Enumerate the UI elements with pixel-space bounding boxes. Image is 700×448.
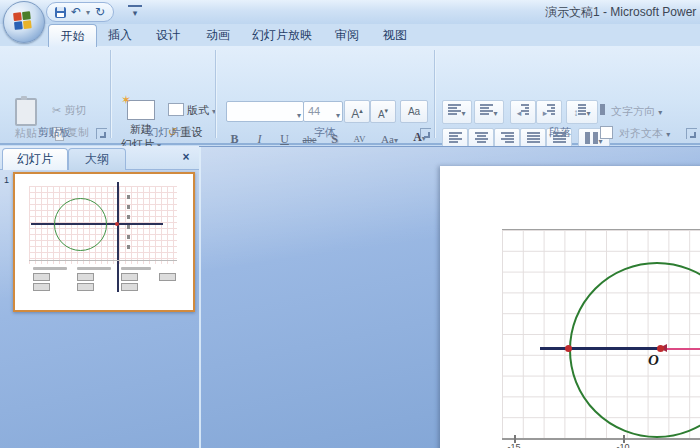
ribbon-tab-bar: 开始 插入 设计 动画 幻灯片放映 审阅 视图 [0, 24, 700, 46]
font-size-select[interactable]: 44▾ [303, 101, 343, 122]
x-tick-label: -10 [611, 442, 635, 448]
undo-icon[interactable]: ↶ [71, 4, 81, 20]
font-family-select[interactable]: ▾ [226, 101, 304, 122]
cut-button[interactable]: ✂ 剪切 [52, 103, 86, 118]
x-tick-label: -15 [502, 442, 526, 448]
window-title: 演示文稿1 - Microsoft Power [545, 4, 696, 21]
close-panel-icon[interactable]: × [179, 150, 193, 164]
tab-animations[interactable]: 动画 [197, 24, 239, 46]
thumb-widget [77, 273, 94, 281]
thumb-widget [77, 283, 94, 291]
thumb-widget [121, 283, 138, 291]
undo-dropdown-icon[interactable]: ▾ [86, 8, 90, 17]
new-slide-icon: ✶ [127, 100, 155, 120]
thumb-origin-point [115, 222, 119, 226]
thumb-y-axis [117, 182, 119, 292]
align-center-icon [475, 132, 488, 144]
ribbon: 粘贴 ▾ ✂ 剪切 复制 格式刷 剪贴板 ✶ 新建 幻灯片 ▾ 版式 ▾ ↺ [0, 46, 700, 145]
graph-circle [569, 262, 700, 438]
thumb-caption [77, 267, 111, 270]
save-icon[interactable] [55, 7, 66, 18]
slide-canvas[interactable]: O -15 -10 [440, 166, 700, 448]
thumb-caption [33, 267, 67, 270]
paragraph-group-label: 段落 [520, 124, 600, 141]
grow-font-button[interactable]: A▴ [344, 100, 370, 123]
qat-customize-icon[interactable]: ▾ [128, 5, 142, 21]
text-direction-icon [600, 104, 608, 115]
increase-indent-button[interactable]: ▸ [536, 100, 562, 124]
slides-group-label: 幻灯片 [124, 124, 204, 141]
bullets-icon [448, 104, 461, 116]
slides-panel: 幻灯片 大纲 × 1 [0, 147, 201, 448]
indent-icon [547, 104, 555, 116]
layout-button[interactable]: 版式 ▾ [168, 103, 216, 118]
graph-ray [664, 348, 700, 350]
align-left-icon [449, 132, 462, 144]
thumb-widget [33, 273, 50, 281]
numbering-button[interactable]: ▾ [474, 100, 504, 124]
titlebar: ↶ ▾ ↻ ▾ 演示文稿1 - Microsoft Power [0, 0, 700, 25]
workspace: 幻灯片 大纲 × 1 [0, 146, 700, 448]
paragraph-dialog-launcher-icon[interactable] [686, 128, 697, 139]
scissors-icon: ✂ [52, 104, 61, 116]
indent-icon [521, 104, 529, 116]
panel-tab-slides[interactable]: 幻灯片 [2, 148, 68, 170]
tab-insert[interactable]: 插入 [99, 24, 141, 46]
align-text-button[interactable]: 对齐文本 ▾ [600, 126, 670, 141]
graph-grid: O -15 -10 [502, 229, 700, 439]
decrease-indent-button[interactable]: ◂ [510, 100, 536, 124]
align-text-icon [600, 126, 613, 139]
layout-icon [168, 103, 184, 116]
panel-tab-outline[interactable]: 大纲 [68, 148, 126, 170]
group-separator [215, 50, 216, 138]
slide-editing-area: O -15 -10 [201, 147, 700, 448]
slide-number: 1 [4, 175, 9, 185]
quick-access-toolbar: ↶ ▾ ↻ [46, 2, 114, 22]
tab-home[interactable]: 开始 [48, 24, 97, 47]
shrink-font-button[interactable]: A▾ [370, 100, 396, 123]
graph-segment [540, 347, 664, 350]
origin-label: O [648, 352, 659, 369]
paste-icon [15, 98, 37, 126]
office-logo-icon [13, 11, 34, 32]
line-spacing-button[interactable]: ↕▾ [566, 100, 598, 124]
powerpoint-window: ↶ ▾ ↻ ▾ 演示文稿1 - Microsoft Power 开始 插入 设计… [0, 0, 700, 448]
graph-point-o [657, 345, 664, 352]
thumb-axis-ticks [127, 192, 130, 252]
clipboard-group-label: 剪贴板 [14, 124, 94, 141]
tab-slideshow[interactable]: 幻灯片放映 [245, 24, 319, 46]
thumb-widget [33, 283, 50, 291]
redo-icon[interactable]: ↻ [95, 4, 105, 20]
align-right-icon [501, 132, 514, 144]
thumb-widget [121, 273, 138, 281]
tab-review[interactable]: 审阅 [325, 24, 369, 46]
bullets-button[interactable]: ▾ [442, 100, 472, 124]
numbering-icon [480, 104, 493, 116]
thumb-widget [159, 273, 176, 281]
panel-tab-bar: 幻灯片 大纲 × [0, 146, 199, 170]
font-group-label: 字体 [285, 124, 365, 141]
thumb-bottom-axis [29, 260, 177, 261]
thumb-circle [54, 198, 107, 251]
thumb-caption [121, 267, 151, 270]
tab-design[interactable]: 设计 [147, 24, 189, 46]
clipboard-dialog-launcher-icon[interactable] [96, 128, 107, 139]
x-axis-line [502, 438, 700, 440]
graph-point-left [565, 345, 572, 352]
clear-formatting-button[interactable]: Aa [400, 100, 428, 123]
slide-thumbnail[interactable] [13, 172, 195, 312]
font-dialog-launcher-icon[interactable] [420, 128, 431, 139]
group-separator [110, 50, 111, 138]
sparkle-icon: ✶ [121, 93, 131, 107]
group-separator [434, 50, 435, 138]
tab-view[interactable]: 视图 [373, 24, 417, 46]
text-direction-button[interactable]: 文字方向 ▾ [600, 104, 662, 119]
office-button[interactable] [3, 1, 45, 43]
